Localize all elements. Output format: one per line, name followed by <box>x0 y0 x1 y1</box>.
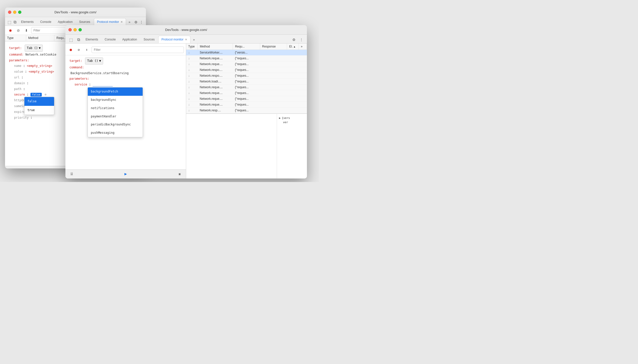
autocomplete-periodicBackgroundSync[interactable]: periodicBackgroundSync <box>88 120 143 129</box>
close-button[interactable] <box>8 11 11 14</box>
autocomplete-notifications[interactable]: notifications <box>88 104 143 112</box>
minimize-button-front[interactable] <box>73 28 77 31</box>
tab-sources-front[interactable]: Sources <box>141 36 158 43</box>
col-response-front: Response <box>260 43 287 50</box>
json-detail-panel: ▶{vers ver <box>277 114 307 178</box>
tab-bar-front: ⬚ ⧉ Elements Console Application Sources… <box>65 35 307 43</box>
autocomplete-backgroundFetch[interactable]: backgroundFetch <box>88 87 143 96</box>
send-button-front[interactable]: ▶ <box>123 171 129 177</box>
clear-back[interactable]: ⊘ <box>15 27 22 34</box>
more-menu-back[interactable]: ⋮ <box>139 19 144 26</box>
col-type-back: Type <box>5 35 26 41</box>
col-request-front: Requ... <box>233 43 260 50</box>
settings-icon-front[interactable]: ⚙ <box>290 36 297 43</box>
minimize-button[interactable] <box>13 11 16 14</box>
tab-protocol-monitor-front[interactable]: Protocol monitor ✕ <box>158 36 190 43</box>
history-icon-front[interactable]: ▣ <box>176 171 183 177</box>
front-body: ⏺ ⊘ ⬇ target: Tab () ▼ command: Backgrou… <box>65 43 307 178</box>
secure-clear-icon[interactable]: ⊘ <box>45 93 46 96</box>
table-row[interactable]: ↓ Network.reque.... {"reques... <box>186 56 307 61</box>
tab-bar-back: ⬚ ⧉ Elements Console Application Sources… <box>5 17 146 26</box>
window-title-front: DevTools - www.google.com/ <box>165 28 207 32</box>
col-type-front: Type <box>186 43 198 50</box>
bottom-bar-front: ⌸ ▶ ▣ <box>65 169 186 178</box>
more-tabs-back[interactable]: » <box>127 18 132 26</box>
download-back[interactable]: ⬇ <box>23 27 30 34</box>
secure-dropdown: false true <box>24 97 54 115</box>
service-input[interactable] <box>93 83 113 86</box>
tab-protocol-monitor-back[interactable]: Protocol monitor ✕ <box>94 18 126 26</box>
table-row[interactable]: ↓ Network.reque.... {"reques... <box>186 61 307 67</box>
option-true[interactable]: true <box>24 106 54 115</box>
table-area-front: Type Method Requ... Response El.▲ » ↓ Se… <box>186 43 307 114</box>
json-tree-item[interactable]: ver <box>279 120 305 124</box>
maximize-button[interactable] <box>18 11 21 14</box>
layers-icon-front[interactable]: ⧉ <box>75 36 82 43</box>
tab-close-back[interactable]: ✕ <box>121 20 123 24</box>
filter-input-front[interactable] <box>92 47 184 53</box>
maximize-button-front[interactable] <box>78 28 82 31</box>
more-menu-front[interactable]: ⋮ <box>298 36 305 43</box>
tab-console-back[interactable]: Console <box>37 18 54 26</box>
tab-sources-back[interactable]: Sources <box>76 18 93 26</box>
table-panel-front: Type Method Requ... Response El.▲ » ↓ Se… <box>186 43 307 178</box>
target-dropdown-back[interactable]: Tab () ▼ <box>25 44 43 52</box>
command-panel-front: ⏺ ⊘ ⬇ target: Tab () ▼ command: Backgrou… <box>65 43 186 178</box>
inspect-icon-front[interactable]: ⬚ <box>67 36 74 43</box>
tab-console-front[interactable]: Console <box>102 36 119 43</box>
dock-icon-front[interactable]: ⌸ <box>68 171 75 177</box>
traffic-lights-back <box>8 11 21 14</box>
json-tree-item[interactable]: ▶{vers <box>279 116 305 120</box>
autocomplete-backgroundSync[interactable]: backgroundSync <box>88 96 143 104</box>
tab-close-front[interactable]: ✕ <box>185 38 187 41</box>
table-row[interactable]: ↓ Network.loadi.... {"reques... <box>186 79 307 84</box>
window-title-back: DevTools - www.google.com/ <box>55 10 97 14</box>
title-bar-front: DevTools - www.google.com/ <box>65 25 307 35</box>
table-row[interactable]: ↓ Network.respo.... {"reques... <box>186 73 307 79</box>
inspect-icon[interactable]: ⬚ <box>7 19 12 26</box>
tab-application-back[interactable]: Application <box>55 18 76 26</box>
table-row[interactable]: ↓ Network.reque.... {"reques... <box>186 84 307 90</box>
dock-icon-back[interactable]: ⌸ <box>8 167 15 169</box>
autocomplete-pushMessaging[interactable]: pushMessaging <box>88 129 143 137</box>
table-row[interactable]: ↓ Network.reque.... {"reques... <box>186 90 307 96</box>
table-row[interactable]: ↓ Network.reque.... {"reques... <box>186 102 307 108</box>
autocomplete-paymentHandler[interactable]: paymentHandler <box>88 112 143 121</box>
layers-icon[interactable]: ⧉ <box>13 19 18 26</box>
devtools-window-front: DevTools - www.google.com/ ⬚ ⧉ Elements … <box>65 25 307 178</box>
settings-icon-back[interactable]: ⚙ <box>133 19 138 26</box>
col-el-front: El.▲ <box>287 43 299 50</box>
download-front[interactable]: ⬇ <box>84 47 90 53</box>
secure-value-badge[interactable]: false <box>30 93 42 97</box>
stop-recording-back[interactable]: ⏺ <box>7 27 14 34</box>
title-bar-back: DevTools - www.google.com/ <box>5 8 146 17</box>
table-row[interactable]: ↓ Network.respo.... {"reques... <box>186 67 307 73</box>
option-false[interactable]: false <box>24 97 54 106</box>
more-tabs-front[interactable]: » <box>191 36 197 43</box>
traffic-lights-front <box>68 28 82 31</box>
stop-recording-front[interactable]: ⏺ <box>67 47 74 53</box>
target-dropdown-front[interactable]: Tab () ▼ <box>85 57 103 65</box>
tab-elements-front[interactable]: Elements <box>83 36 101 43</box>
table-row-highlighted[interactable]: ↓ ServiceWorker.... {"versio... <box>186 50 307 56</box>
table-row[interactable]: ↓ Network.resp.... {"reques... <box>186 108 307 113</box>
col-more-front[interactable]: » <box>299 43 307 50</box>
col-method-front: Method <box>198 43 233 50</box>
col-method-back: Method <box>26 35 54 41</box>
clear-front[interactable]: ⊘ <box>75 47 82 53</box>
tab-elements-back[interactable]: Elements <box>18 18 37 26</box>
tab-application-front[interactable]: Application <box>119 36 140 43</box>
service-autocomplete: backgroundFetch backgroundSync notificat… <box>88 87 143 137</box>
table-row[interactable]: ↓ Network.reque.... {"reques... <box>186 96 307 102</box>
close-button-front[interactable] <box>68 28 72 31</box>
